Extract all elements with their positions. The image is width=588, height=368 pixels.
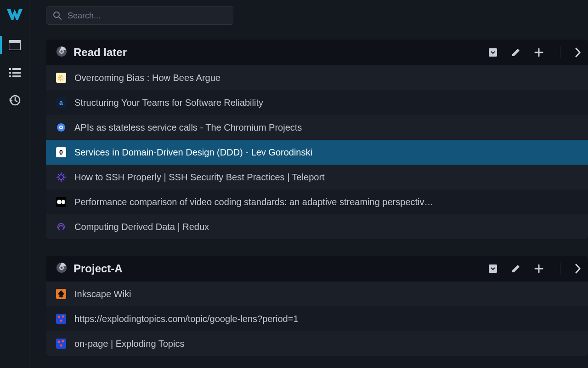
svg-line-10 [59,17,61,19]
svg-rect-14 [489,48,497,57]
favicon [56,122,66,132]
svg-point-39 [60,345,62,347]
list-item[interactable]: 0Services in Domain-Driven Design (DDD) … [46,140,588,165]
svg-rect-5 [12,72,21,74]
item-label: Services in Domain-Driven Design (DDD) -… [74,147,312,158]
list-item[interactable]: How to SSH Properly | SSH Security Best … [46,165,588,190]
search-icon [53,11,62,20]
sidebar-nav-windows[interactable] [0,33,29,57]
sidebar-nav-list[interactable] [0,61,29,85]
svg-point-38 [62,340,64,343]
svg-point-9 [54,12,59,17]
group-header: Project-A [46,256,588,282]
chrome-icon [56,262,67,275]
list-item[interactable]: APIs as stateless service calls - The Ch… [46,115,588,140]
favicon: 0 [56,147,66,157]
item-label: Computing Derived Data | Redux [74,222,209,232]
svg-point-17 [60,126,62,128]
edit-button[interactable] [511,264,520,273]
sidebar-nav-history[interactable] [0,88,29,112]
add-button[interactable] [534,48,543,57]
favicon [56,289,66,299]
group-items: 🌤️Overcoming Bias : How Bees ArgueaStruc… [46,65,588,239]
svg-line-26 [63,174,64,175]
group-actions [488,46,581,58]
svg-rect-1 [9,40,21,43]
separator [560,263,560,275]
item-label: on-page | Exploding Topics [74,339,184,349]
search-input[interactable] [68,11,226,21]
search-bar [29,0,588,31]
expand-button[interactable] [574,47,581,58]
separator [560,46,560,58]
group-title: Read later [74,46,488,59]
favicon [56,314,66,324]
svg-point-29 [64,200,65,204]
group-header: Read later [46,40,588,65]
list-item[interactable]: aStructuring Your Teams for Software Rel… [46,90,588,115]
item-label: Structuring Your Teams for Software Reli… [74,98,263,108]
favicon: a [56,98,66,108]
svg-line-23 [58,174,59,175]
svg-point-32 [61,267,63,269]
item-label: APIs as stateless service calls - The Ch… [74,122,302,133]
svg-rect-4 [9,72,11,74]
svg-point-13 [61,51,63,53]
main-panel: Read later 🌤️Overcoming Bias : How Bees … [29,0,588,368]
favicon [56,197,66,207]
svg-rect-7 [12,75,21,77]
list-item[interactable]: Inkscape Wiki [46,282,588,306]
tab-group: Read later 🌤️Overcoming Bias : How Bees … [46,40,588,239]
svg-point-18 [59,175,63,179]
favicon: 🌤️ [56,73,66,83]
content-area: Read later 🌤️Overcoming Bias : How Bees … [29,31,588,368]
svg-line-25 [58,179,59,180]
item-label: How to SSH Properly | SSH Security Best … [74,172,325,183]
chrome-icon [56,46,67,59]
group-items: Inkscape Wikihttps://explodingtopics.com… [46,282,588,356]
archive-button[interactable] [488,264,498,273]
item-label: https://explodingtopics.com/topic/google… [74,314,299,324]
item-label: Performance comparison of video coding s… [74,197,434,207]
svg-point-34 [58,316,60,318]
svg-point-35 [62,316,64,318]
svg-point-28 [62,200,64,204]
svg-line-24 [63,179,64,180]
item-label: Inkscape Wiki [74,289,131,299]
favicon [56,339,66,349]
archive-button[interactable] [488,48,498,57]
svg-point-37 [58,341,60,343]
search-input-wrapper[interactable] [46,6,233,25]
svg-rect-6 [9,75,11,77]
add-button[interactable] [534,264,543,273]
list-item[interactable]: 🌤️Overcoming Bias : How Bees Argue [46,65,588,90]
sidebar [0,0,29,368]
favicon [56,222,66,232]
list-item[interactable]: https://explodingtopics.com/topic/google… [46,306,588,331]
app-logo [6,7,23,24]
list-item[interactable]: Performance comparison of video coding s… [46,190,588,214]
expand-button[interactable] [574,264,581,274]
item-label: Overcoming Bias : How Bees Argue [74,73,220,83]
svg-rect-33 [489,264,497,273]
list-item[interactable]: on-page | Exploding Topics [46,331,588,356]
svg-point-27 [57,200,62,204]
svg-rect-2 [9,68,11,70]
group-title: Project-A [74,262,488,275]
tab-group: Project-A Inkscape Wikihttps://exploding… [46,256,588,356]
list-item[interactable]: Computing Derived Data | Redux [46,214,588,239]
group-actions [488,263,581,275]
edit-button[interactable] [511,48,520,57]
favicon [56,172,66,182]
svg-rect-3 [12,68,21,70]
svg-point-36 [60,320,62,322]
